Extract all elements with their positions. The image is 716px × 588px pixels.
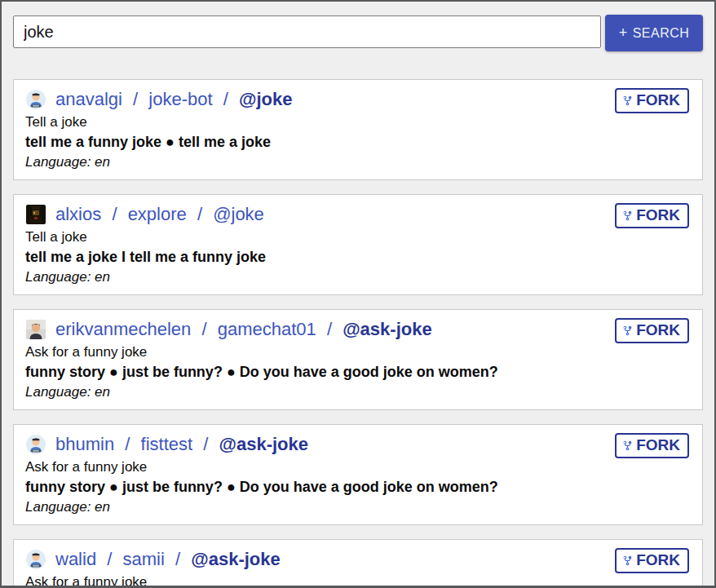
title-separator: /: [107, 549, 112, 569]
skill-link[interactable]: @ask-joke: [343, 319, 432, 339]
technologist-avatar-icon: [25, 434, 46, 455]
search-input[interactable]: [13, 15, 601, 48]
result-title-row: erikvanmechelen / gamechat01 / @ask-joke: [25, 316, 691, 343]
result-title: bhumin / fisttest / @ask-joke: [55, 434, 308, 455]
result-card: anavalgi / joke-bot / @joke Tell a joke …: [13, 79, 703, 180]
result-title: erikvanmechelen / gamechat01 / @ask-joke: [55, 319, 432, 340]
fork-button[interactable]: FORK: [615, 548, 689, 573]
title-separator: /: [125, 434, 130, 454]
project-link[interactable]: joke-bot: [148, 89, 212, 109]
language-label: Language:: [25, 384, 91, 400]
user-link[interactable]: alxios: [55, 204, 101, 224]
result-examples: funny story ● just be funny? ● Do you ha…: [25, 477, 691, 497]
result-card: bhumin / fisttest / @ask-joke Ask for a …: [13, 424, 703, 525]
result-language: Language: en: [25, 382, 691, 402]
skill-link[interactable]: @ask-joke: [191, 549, 281, 569]
results-list: anavalgi / joke-bot / @joke Tell a joke …: [2, 79, 714, 588]
result-examples: tell me a joke I tell me a funny joke: [25, 247, 691, 267]
result-description: Ask for a funny joke: [25, 458, 691, 477]
result-title: anavalgi / joke-bot / @joke: [55, 89, 292, 110]
fork-button[interactable]: FORK: [615, 318, 689, 343]
fork-button[interactable]: FORK: [615, 433, 689, 458]
language-value: en: [95, 269, 110, 285]
result-language: Language: en: [25, 267, 691, 287]
result-language: Language: en: [25, 153, 691, 172]
language-value: en: [95, 384, 110, 400]
title-separator: /: [327, 319, 332, 339]
user-link[interactable]: anavalgi: [55, 89, 122, 109]
pixel-avatar-icon: [25, 204, 46, 225]
title-separator: /: [203, 434, 208, 454]
user-link[interactable]: erikvanmechelen: [55, 319, 191, 339]
git-fork-icon: [622, 95, 633, 106]
result-description: Tell a joke: [25, 228, 691, 247]
title-separator: /: [133, 89, 138, 109]
project-link[interactable]: explore: [128, 204, 187, 224]
user-link[interactable]: bhumin: [55, 434, 114, 454]
result-card: walid / samii / @ask-joke Ask for a funn…: [13, 539, 703, 588]
fork-button-label: FORK: [636, 91, 680, 109]
result-title-row: bhumin / fisttest / @ask-joke: [25, 431, 691, 458]
project-link[interactable]: gamechat01: [218, 319, 316, 339]
title-separator: /: [175, 549, 180, 569]
git-fork-icon: [622, 210, 633, 221]
result-description: Ask for a funny joke: [25, 343, 691, 362]
result-description: Ask for a funny joke: [25, 573, 691, 588]
result-description: Tell a joke: [25, 113, 691, 132]
fork-button[interactable]: FORK: [615, 88, 689, 113]
technologist-avatar-icon: [25, 89, 46, 110]
result-title: alxios / explore / @joke: [55, 204, 264, 225]
result-language: Language: en: [25, 497, 691, 517]
language-label: Language:: [25, 499, 91, 515]
result-card: erikvanmechelen / gamechat01 / @ask-joke…: [13, 309, 703, 410]
result-card: alxios / explore / @joke Tell a joke tel…: [13, 194, 703, 295]
title-separator: /: [112, 204, 117, 224]
project-link[interactable]: fisttest: [141, 434, 193, 454]
result-title-row: alxios / explore / @joke: [25, 201, 691, 228]
fork-button-label: FORK: [636, 551, 680, 569]
result-examples: funny story ● just be funny? ● Do you ha…: [25, 362, 691, 382]
result-examples: tell me a funny joke ● tell me a joke: [25, 132, 691, 153]
language-label: Language:: [25, 269, 91, 285]
fork-button[interactable]: FORK: [615, 203, 689, 228]
language-label: Language:: [25, 154, 91, 170]
skill-link[interactable]: @ask-joke: [219, 434, 308, 454]
user-link[interactable]: walid: [55, 549, 96, 569]
project-link[interactable]: samii: [123, 549, 165, 569]
plus-icon: +: [619, 24, 628, 42]
technologist-avatar-icon: [25, 549, 46, 570]
git-fork-icon: [622, 555, 633, 566]
search-button-label: SEARCH: [633, 26, 690, 41]
skill-link[interactable]: @joke: [239, 89, 292, 109]
git-fork-icon: [622, 325, 633, 336]
git-fork-icon: [622, 440, 633, 451]
search-bar: + SEARCH: [13, 15, 703, 51]
title-separator: /: [201, 319, 206, 339]
fork-button-label: FORK: [636, 321, 680, 339]
language-value: en: [95, 499, 110, 515]
result-title-row: walid / samii / @ask-joke: [25, 546, 691, 573]
fork-button-label: FORK: [636, 206, 680, 224]
search-button[interactable]: + SEARCH: [605, 15, 703, 51]
photo-avatar-icon: [25, 319, 46, 340]
skill-link[interactable]: @joke: [213, 204, 264, 224]
language-value: en: [95, 154, 110, 170]
title-separator: /: [197, 204, 202, 224]
title-separator: /: [223, 89, 228, 109]
result-title: walid / samii / @ask-joke: [55, 549, 281, 570]
fork-button-label: FORK: [636, 436, 680, 454]
result-title-row: anavalgi / joke-bot / @joke: [25, 86, 691, 113]
